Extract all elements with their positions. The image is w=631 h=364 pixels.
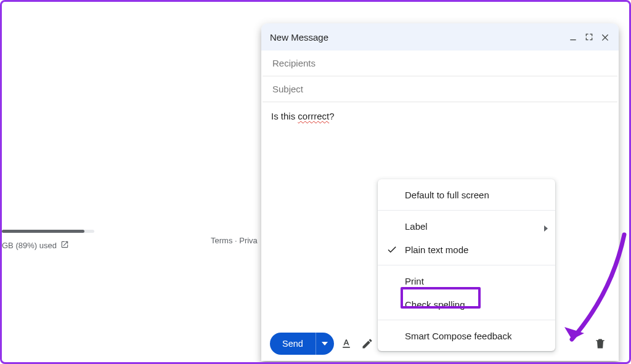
storage-text: GB (89%) used	[2, 241, 57, 250]
footer-links[interactable]: Terms · Priva	[211, 236, 258, 245]
minimize-icon[interactable]	[568, 32, 578, 42]
formatting-icon[interactable]	[338, 335, 355, 352]
menu-divider	[378, 210, 555, 211]
storage-bar	[2, 230, 94, 233]
menu-item-label: Check spelling	[405, 299, 465, 310]
recipients-field[interactable]: Recipients	[263, 51, 617, 76]
menu-item-label: Default to full screen	[405, 190, 489, 200]
more-options-menu: Default to full screen Label Plain text …	[378, 179, 555, 351]
menu-smart-compose-feedback[interactable]: Smart Compose feedback	[378, 324, 555, 347]
subject-field[interactable]: Subject	[263, 76, 617, 102]
send-more-button[interactable]	[316, 333, 334, 355]
body-text-prefix: Is this	[271, 111, 298, 121]
menu-item-label: Smart Compose feedback	[405, 331, 511, 341]
menu-item-label: Label	[405, 221, 428, 232]
send-button-group: Send	[270, 333, 334, 355]
body-text-misspelled: corrrect	[298, 111, 329, 121]
menu-check-spelling[interactable]: Check spelling	[378, 293, 555, 316]
body-text-suffix: ?	[329, 111, 334, 121]
menu-divider	[378, 320, 555, 320]
svg-rect-0	[570, 39, 576, 40]
chevron-right-icon	[543, 223, 549, 229]
fullscreen-icon[interactable]	[584, 32, 594, 42]
trash-icon[interactable]	[592, 335, 609, 352]
storage-bar-fill	[2, 230, 84, 233]
menu-item-label: Print	[405, 276, 424, 286]
menu-label[interactable]: Label	[378, 214, 555, 238]
menu-divider	[378, 265, 555, 265]
menu-default-fullscreen[interactable]: Default to full screen	[378, 183, 555, 206]
compose-header[interactable]: New Message	[261, 23, 619, 51]
close-icon[interactable]	[600, 32, 610, 42]
menu-plain-text[interactable]: Plain text mode	[378, 238, 555, 261]
check-icon	[386, 244, 397, 255]
open-in-new-icon[interactable]	[60, 240, 69, 251]
menu-print[interactable]: Print	[378, 269, 555, 293]
storage-usage-block: GB (89%) used	[2, 230, 100, 251]
pen-icon[interactable]	[359, 335, 376, 352]
compose-title: New Message	[270, 32, 328, 42]
menu-item-label: Plain text mode	[405, 245, 468, 255]
send-button[interactable]: Send	[270, 333, 316, 355]
